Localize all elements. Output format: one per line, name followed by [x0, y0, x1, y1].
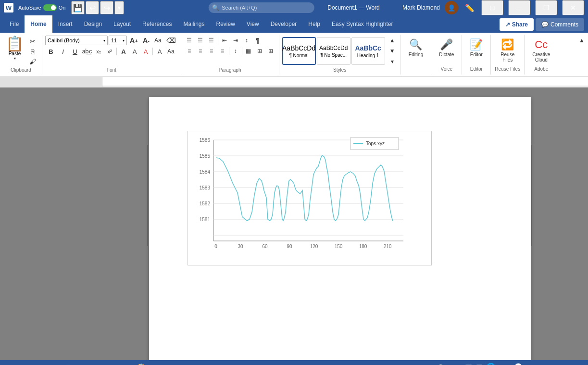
- document-page[interactable]: 1586 1585 1584 1583 1582 1581 0 30 60 90…: [149, 97, 531, 360]
- svg-text:1581: 1581: [199, 217, 210, 222]
- format-painter-button[interactable]: 🖌: [27, 57, 38, 66]
- ruler-left: [0, 77, 102, 87]
- shading-button[interactable]: ▦: [243, 46, 254, 56]
- italic-button[interactable]: I: [57, 47, 69, 56]
- tab-file[interactable]: File: [4, 15, 25, 33]
- save-button[interactable]: 💾: [71, 1, 85, 14]
- title-bar-right: Mark Diamond 👤 ✏️ ⊟ ─ ❐ ✕: [402, 0, 584, 15]
- reuse-files-button[interactable]: 🔁 Reuse Files: [497, 37, 518, 64]
- close-button[interactable]: ✕: [562, 0, 584, 15]
- doc-wrapper: 1586 1585 1584 1583 1582 1581 0 30 60 90…: [48, 97, 540, 351]
- styles-scroll-down[interactable]: ▼: [387, 46, 398, 56]
- bullets-button[interactable]: ☰: [184, 36, 195, 45]
- font-size-selector[interactable]: 11 ▾: [109, 36, 127, 45]
- align-right-button[interactable]: ≡: [206, 46, 217, 56]
- style-heading1[interactable]: AaBbCc Heading 1: [351, 37, 385, 65]
- tab-layout[interactable]: Layout: [108, 15, 137, 33]
- para-sep3: [242, 47, 242, 55]
- tab-mailings[interactable]: Mailings: [177, 15, 210, 33]
- multilevel-button[interactable]: ☰: [206, 36, 217, 45]
- font-name-arrow: ▾: [103, 38, 105, 43]
- subscript-button[interactable]: x₂: [93, 47, 104, 56]
- styles-label: Styles: [282, 66, 398, 74]
- increase-indent-button[interactable]: ⇥: [230, 36, 241, 45]
- track-changes-icon[interactable]: 📋: [137, 363, 145, 365]
- char-spacing-button[interactable]: Aa: [165, 47, 176, 56]
- dictate-button[interactable]: 🎤 Dictate: [435, 37, 458, 59]
- comments-button[interactable]: 💬 Comments: [536, 18, 584, 31]
- line-spacing-button[interactable]: ↕: [230, 46, 241, 56]
- autosave-state: On: [59, 5, 66, 11]
- undo-button[interactable]: ↩: [86, 1, 99, 14]
- ribbon-expand[interactable]: ▲: [575, 35, 588, 46]
- extra-para-options[interactable]: ⊞: [265, 46, 276, 56]
- minimize-button[interactable]: ─: [508, 0, 530, 15]
- share-button[interactable]: ↗ Share: [500, 18, 534, 31]
- align-left-button[interactable]: ≡: [184, 46, 195, 56]
- quick-access-more[interactable]: ▾: [114, 1, 124, 14]
- tab-help[interactable]: Help: [302, 15, 326, 33]
- tab-home[interactable]: Home: [25, 15, 52, 33]
- ribbon-collapse-button[interactable]: ⊟: [481, 0, 503, 15]
- search-input[interactable]: [208, 2, 314, 13]
- font-color-button[interactable]: A: [140, 47, 151, 56]
- tab-view[interactable]: View: [241, 15, 265, 33]
- justify-button[interactable]: ≡: [217, 46, 228, 56]
- change-case-button[interactable]: Aa: [152, 36, 163, 45]
- zoom-slider[interactable]: [507, 363, 555, 365]
- decrease-indent-button[interactable]: ⇤: [219, 36, 230, 45]
- font-name-selector[interactable]: Calibri (Body) ▾: [45, 36, 108, 45]
- title-bar-left: W AutoSave On 💾 ↩ ↪ ▾: [4, 1, 124, 14]
- tab-references[interactable]: References: [137, 15, 177, 33]
- svg-text:1585: 1585: [199, 153, 210, 159]
- copy-button[interactable]: ⎘: [27, 47, 38, 56]
- text-style-button[interactable]: A: [154, 47, 165, 56]
- font-group: Calibri (Body) ▾ 11 ▾ A+ A- Aa ⌫ B I U a…: [42, 35, 181, 75]
- editing-button[interactable]: 🔍 Editing: [405, 37, 427, 59]
- restore-button[interactable]: ❐: [535, 0, 557, 15]
- show-marks-button[interactable]: ¶: [252, 36, 263, 45]
- clipboard-label: Clipboard: [4, 66, 38, 74]
- paste-button[interactable]: 📋 Paste ▾: [4, 36, 25, 66]
- editor-button[interactable]: 📝 Editor: [466, 37, 487, 59]
- paste-dropdown[interactable]: ▾: [14, 56, 16, 61]
- paste-icon: 📋: [6, 37, 24, 51]
- numbering-button[interactable]: ☰: [195, 36, 206, 45]
- strikethrough-button[interactable]: ab͟c: [81, 47, 93, 56]
- tab-design[interactable]: Design: [78, 15, 108, 33]
- tab-easy-syntax[interactable]: Easy Syntax Highlighter: [326, 15, 399, 33]
- styles-more[interactable]: ▾: [387, 57, 398, 66]
- sort-button[interactable]: ↕: [241, 36, 252, 45]
- creative-cloud-button[interactable]: Cc Creative Cloud: [528, 37, 554, 64]
- status-bar-right: 🔍 Focus ▤ ⊞ 🌐 ─ + 100%: [438, 363, 583, 365]
- tab-developer[interactable]: Developer: [265, 15, 303, 33]
- view-layout-button[interactable]: ⊞: [476, 363, 482, 365]
- clear-format-button[interactable]: ⌫: [164, 36, 178, 45]
- cut-button[interactable]: ✂: [27, 37, 38, 46]
- tab-review[interactable]: Review: [210, 15, 240, 33]
- ribbon-expand-button[interactable]: ▲: [576, 36, 587, 45]
- redo-button[interactable]: ↪: [100, 1, 113, 14]
- decrease-font-button[interactable]: A-: [141, 36, 151, 45]
- doc-right-margin: [531, 97, 540, 351]
- editor-group: 📝 Editor Editor: [462, 35, 491, 75]
- view-web-button[interactable]: 🌐: [486, 363, 496, 365]
- styles-scroll-up[interactable]: ▲: [387, 36, 398, 45]
- ruler: [0, 77, 588, 88]
- style-normal[interactable]: AaBbCcDd ¶ Normal: [282, 37, 316, 65]
- autosave-toggle[interactable]: [43, 4, 57, 11]
- highlight-color-button[interactable]: A: [129, 47, 140, 56]
- pen-icon[interactable]: ✏️: [463, 1, 476, 14]
- bold-button[interactable]: B: [45, 47, 57, 56]
- style-nospace[interactable]: AaBbCcDd ¶ No Spac...: [317, 37, 350, 65]
- borders-button[interactable]: ⊞: [254, 46, 265, 56]
- underline-button[interactable]: U: [69, 47, 81, 56]
- increase-font-button[interactable]: A+: [128, 36, 140, 45]
- cc-label: Creative Cloud: [532, 52, 550, 63]
- superscript-button[interactable]: x²: [104, 47, 115, 56]
- align-center-button[interactable]: ≡: [195, 46, 206, 56]
- view-normal-button[interactable]: ▤: [465, 363, 472, 365]
- tab-insert[interactable]: Insert: [52, 15, 78, 33]
- text-effects-button[interactable]: A: [118, 47, 129, 56]
- chart-container: 1586 1585 1584 1583 1582 1581 0 30 60 90…: [188, 131, 432, 265]
